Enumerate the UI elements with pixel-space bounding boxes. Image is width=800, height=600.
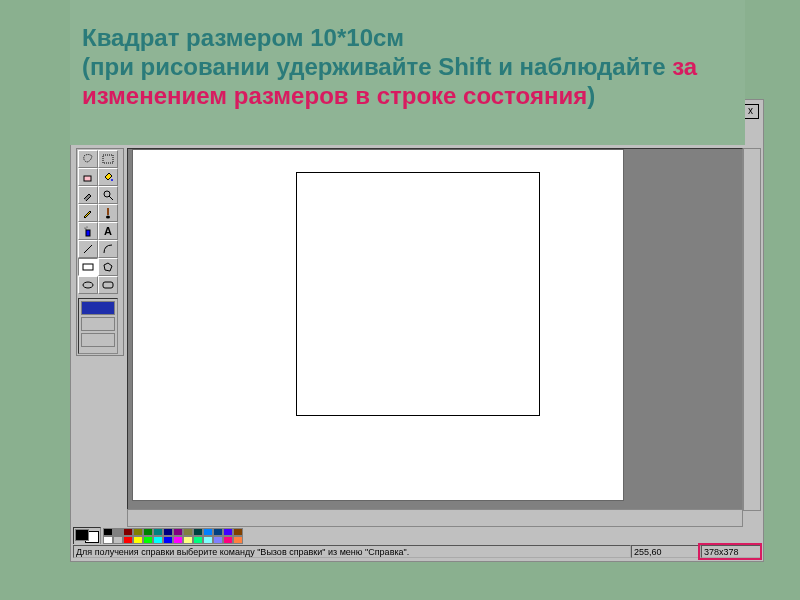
color-swatch[interactable] [133,528,143,536]
svg-point-9 [87,227,88,228]
svg-text:A: A [104,225,112,237]
svg-line-12 [84,245,92,253]
toolbox: A [76,148,124,356]
free-select-icon[interactable] [78,150,98,168]
color-swatch[interactable] [173,528,183,536]
color-swatch[interactable] [203,528,213,536]
curve-icon[interactable] [98,240,118,258]
canvas[interactable] [132,149,624,501]
svg-rect-0 [103,155,113,163]
color-swatch[interactable] [163,528,173,536]
color-swatch[interactable] [233,528,243,536]
title-line2a: (при рисовании удерживайте Shift и наблю… [82,53,672,80]
line-icon[interactable] [78,240,98,258]
color-swatch[interactable] [233,536,243,544]
horizontal-scrollbar[interactable] [127,509,743,527]
status-cursor-position: 255,60 [631,545,701,558]
color-swatch[interactable] [103,528,113,536]
fill-option-outline[interactable] [81,301,115,315]
color-swatch[interactable] [213,528,223,536]
svg-line-4 [109,196,113,200]
color-swatch[interactable] [223,528,233,536]
current-colors[interactable] [73,527,101,545]
color-swatch[interactable] [113,528,123,536]
color-swatch[interactable] [153,536,163,544]
svg-point-6 [106,216,110,219]
title-line2b: ) [587,82,595,109]
color-swatch[interactable] [183,536,193,544]
color-swatch[interactable] [193,528,203,536]
color-swatch[interactable] [203,536,213,544]
status-help-text: Для получения справки выберите команду "… [73,545,631,558]
fill-icon[interactable] [98,168,118,186]
palette-grid [103,528,243,544]
picker-icon[interactable] [78,186,98,204]
svg-rect-15 [103,282,113,288]
drawn-square [296,172,540,416]
svg-rect-5 [107,208,109,215]
color-swatch[interactable] [123,528,133,536]
color-swatch[interactable] [103,536,113,544]
svg-rect-13 [83,264,93,270]
color-swatch[interactable] [223,536,233,544]
color-swatch[interactable] [123,536,133,544]
color-swatch[interactable] [143,536,153,544]
rect-icon[interactable] [78,258,98,276]
svg-rect-7 [86,230,90,236]
status-bar: Для получения справки выберите команду "… [73,544,761,559]
zoom-icon[interactable] [98,186,118,204]
color-palette [73,527,761,544]
pencil-icon[interactable] [78,204,98,222]
svg-point-14 [83,282,93,288]
vertical-scrollbar[interactable] [743,148,761,511]
brush-icon[interactable] [98,204,118,222]
spray-icon[interactable] [78,222,98,240]
color-swatch[interactable] [183,528,193,536]
color-swatch[interactable] [193,536,203,544]
color-swatch[interactable] [143,528,153,536]
color-swatch[interactable] [163,536,173,544]
svg-point-2 [111,179,113,181]
rect-select-icon[interactable] [98,150,118,168]
polygon-icon[interactable] [98,258,118,276]
svg-point-10 [86,229,87,230]
slide: x A [0,0,800,600]
fill-option-solid[interactable] [81,333,115,347]
color-swatch[interactable] [153,528,163,536]
eraser-icon[interactable] [78,168,98,186]
color-swatch[interactable] [133,536,143,544]
paint-window: x A [70,99,764,562]
foreground-color-swatch [75,529,89,541]
workspace[interactable] [127,148,743,511]
fill-option-both[interactable] [81,317,115,331]
title-card: Квадрат размером 10*10см (при рисовании … [70,0,745,145]
tool-options[interactable] [78,298,118,354]
svg-rect-1 [84,176,91,181]
status-selection-size: 378x378 [701,545,761,558]
text-icon[interactable]: A [98,222,118,240]
color-swatch[interactable] [113,536,123,544]
color-swatch[interactable] [173,536,183,544]
title-line1: Квадрат размером 10*10см [82,24,404,51]
left-stripe [0,0,18,600]
color-swatch[interactable] [213,536,223,544]
svg-point-8 [85,228,86,229]
roundrect-icon[interactable] [98,276,118,294]
ellipse-icon[interactable] [78,276,98,294]
